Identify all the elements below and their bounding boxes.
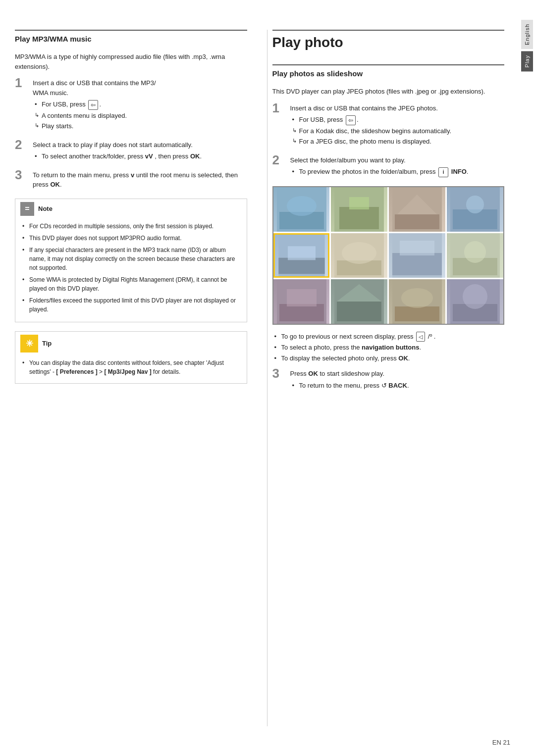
info-button-icon: i [438, 167, 448, 177]
svg-rect-13 [278, 257, 324, 274]
note-item-1: For CDs recorded in multiple sessions, o… [22, 222, 240, 231]
right-step-3-content: Press OK to start slideshow play. To ret… [290, 369, 505, 392]
note-box: = Note For CDs recorded in multiple sess… [15, 199, 247, 322]
right-step-3-bullet-1: To return to the menu, press ↺ BACK. [290, 381, 505, 391]
photo-grid [272, 186, 505, 325]
step-1-text: Insert a disc or USB that contains the M… [33, 78, 247, 98]
step-1-content: Insert a disc or USB that contains the M… [33, 78, 247, 133]
left-column: Play MP3/WMA music MP3/WMA is a type of … [15, 30, 252, 726]
page-number: EN 21 [492, 739, 510, 746]
right-step-1-text: Insert a disc or USB that contains the J… [290, 103, 505, 113]
left-step-2: 2 Select a track to play if play does no… [15, 140, 247, 163]
step-1-bullet-1: For USB, press ⇦. [33, 100, 247, 110]
photo-cell-2 [331, 187, 387, 232]
step-number-3: 3 [15, 168, 33, 181]
tip-item-1: You can display the data disc contents w… [22, 358, 240, 376]
grid-bullet-1: To go to previous or next screen display… [272, 332, 505, 342]
photo-cell-4 [447, 187, 503, 232]
note-header: = Note [15, 199, 247, 219]
right-step-number-3: 3 [272, 367, 290, 380]
step-2-bullet-1: To select another track/folder, press vV… [33, 151, 247, 161]
right-step-number-1: 1 [272, 101, 290, 114]
photo-cell-11 [389, 279, 445, 324]
svg-rect-19 [392, 253, 442, 275]
note-item-5: Folders/files exceed the supported limit… [22, 296, 240, 314]
grid-bullets: To go to previous or next screen display… [272, 332, 505, 363]
step-1-arrow-1: A contents menu is displayed. [33, 111, 247, 121]
right-step-2-content: Select the folder/album you want to play… [290, 155, 505, 179]
step-2-content: Select a track to play if play does not … [33, 140, 247, 163]
left-intro: MP3/WMA is a type of highly compressed a… [15, 52, 247, 71]
english-tab: English [521, 20, 533, 49]
step-1-arrow-2: Play starts. [33, 121, 247, 131]
tip-icon: ✳ [20, 335, 38, 353]
svg-rect-7 [395, 214, 439, 229]
right-sub-title: Play photos as slideshow [272, 64, 505, 82]
svg-rect-25 [279, 304, 323, 321]
svg-rect-28 [337, 302, 381, 321]
grid-bullet-2: To select a photo, press the navigation … [272, 343, 505, 353]
right-intro: This DVD player can play JPEG photos (fi… [272, 87, 505, 97]
tip-label: Tip [42, 340, 52, 347]
photo-cell-1 [273, 187, 330, 232]
right-main-title: Play photo [272, 30, 505, 54]
photo-cell-9 [273, 279, 330, 324]
right-step-2-bullet-1: To preview the photos in the folder/albu… [290, 167, 505, 177]
right-step-2-text: Select the folder/album you want to play… [290, 155, 505, 165]
tip-box: ✳ Tip You can display the data disc cont… [15, 331, 247, 384]
note-label: Note [38, 205, 53, 212]
tip-content: You can display the data disc contents w… [15, 355, 247, 383]
tip-header: ✳ Tip [15, 332, 247, 355]
left-step-1: 1 Insert a disc or USB that contains the… [15, 78, 247, 133]
note-icon: = [20, 202, 34, 216]
right-step-2: 2 Select the folder/album you want to pl… [272, 155, 505, 179]
photo-cell-7 [389, 233, 445, 278]
left-step-3: 3 To return to the main menu, press v un… [15, 170, 247, 192]
right-step-3-text: Press OK to start slideshow play. [290, 369, 505, 379]
side-tabs: English Play [519, 0, 535, 756]
usb-icon: ⇦ [88, 100, 98, 110]
right-step-1-arrow-2: For a JPEG disc, the photo menu is displ… [290, 137, 505, 147]
photo-cell-6 [331, 233, 387, 278]
note-content: For CDs recorded in multiple sessions, o… [15, 219, 247, 322]
right-step-number-2: 2 [272, 153, 290, 166]
left-section-title: Play MP3/WMA music [15, 30, 247, 47]
svg-point-17 [342, 242, 376, 264]
play-tab: Play [521, 51, 533, 71]
svg-point-2 [286, 196, 316, 216]
svg-rect-14 [287, 246, 315, 260]
right-step-1-content: Insert a disc or USB that contains the J… [290, 103, 505, 149]
svg-point-35 [463, 284, 487, 309]
step-2-text: Select a track to play if play does not … [33, 140, 247, 150]
svg-point-32 [401, 288, 433, 308]
right-step-1-bullet-1: For USB, press ⇦. [290, 115, 505, 125]
svg-rect-5 [349, 197, 369, 209]
svg-point-11 [466, 196, 484, 213]
photo-cell-3 [389, 187, 445, 232]
photo-cell-12 [447, 279, 503, 324]
note-item-3: If any special characters are present in… [22, 246, 240, 272]
step-3-content: To return to the main menu, press v unti… [33, 170, 247, 192]
right-column: Play photo Play photos as slideshow This… [267, 30, 505, 726]
right-step-3: 3 Press OK to start slideshow play. To r… [272, 369, 505, 392]
svg-point-23 [464, 241, 486, 263]
photo-cell-5 [273, 233, 330, 278]
photo-cell-10 [331, 279, 387, 324]
step-number-1: 1 [15, 76, 33, 89]
grid-bullet-3: To display the selected photo only, pres… [272, 353, 505, 363]
svg-rect-20 [400, 241, 434, 255]
photo-cell-8 [447, 233, 503, 278]
note-item-2: This DVD player does not support MP3PRO … [22, 234, 240, 243]
right-step-1: 1 Insert a disc or USB that contains the… [272, 103, 505, 149]
step-3-text: To return to the main menu, press v unti… [33, 170, 247, 190]
prev-icon: ◁ [416, 332, 425, 342]
svg-rect-4 [339, 207, 379, 229]
step-number-2: 2 [15, 138, 33, 151]
right-step-1-arrow-1: For a Kodak disc, the slideshow begins a… [290, 126, 505, 136]
note-item-4: Some WMA is protected by Digital Rights … [22, 275, 240, 293]
svg-rect-31 [395, 306, 439, 321]
svg-rect-26 [286, 289, 316, 306]
usb-icon-right: ⇦ [346, 115, 356, 125]
